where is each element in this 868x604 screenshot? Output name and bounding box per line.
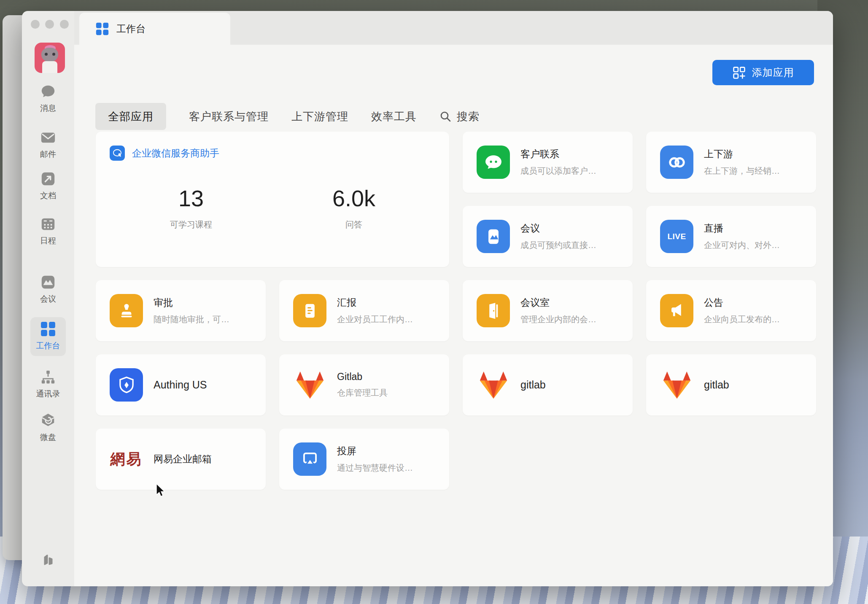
megaphone-icon	[660, 294, 693, 327]
live-badge-icon: LIVE	[660, 220, 693, 253]
card-title: 网易企业邮箱	[154, 453, 212, 466]
card-title: gitlab	[520, 379, 546, 391]
stat-label: 问答	[272, 219, 435, 230]
sidebar-item-workbench[interactable]: 工作台	[22, 321, 74, 351]
card-subtitle: 企业可对内、对外…	[704, 240, 780, 251]
tab-bar: 工作台	[74, 11, 833, 45]
card-title: 客户联系	[520, 148, 596, 161]
sidebar-item-label: 工作台	[22, 340, 74, 351]
card-title: 会议	[520, 222, 596, 235]
card-subtitle: 通过与智慧硬件设…	[337, 462, 413, 474]
card-report[interactable]: 汇报 企业对员工工作内…	[279, 280, 449, 341]
sidebar-item-label: 文档	[22, 190, 74, 201]
service-assistant-bubble-icon	[110, 146, 125, 161]
shield-icon	[110, 368, 143, 402]
card-gitlab-3[interactable]: gitlab	[646, 354, 816, 415]
card-announcement[interactable]: 公告 企业向员工发布的…	[646, 280, 816, 341]
filter-efficiency-tools[interactable]: 效率工具	[371, 103, 417, 130]
docs-icon	[22, 170, 74, 187]
sidebar-item-docs[interactable]: 文档	[22, 170, 74, 201]
avatar[interactable]	[35, 43, 65, 73]
stat-value: 6.0k	[272, 185, 435, 211]
sidebar-item-label: 微盘	[22, 432, 74, 443]
report-doc-icon	[293, 294, 326, 327]
sidebar-item-mail[interactable]: 邮件	[22, 129, 74, 160]
sidebar-item-label: 日程	[22, 235, 74, 246]
gitlab-tanuki-icon	[293, 368, 326, 402]
card-meeting[interactable]: 会议 成员可预约或直接…	[463, 206, 633, 267]
sidebar-item-label: 消息	[22, 103, 74, 114]
meeting-icon	[22, 274, 74, 291]
card-title: Gitlab	[337, 371, 388, 383]
netease-logo: 網易	[110, 442, 143, 476]
stat-value: 13	[110, 185, 272, 211]
sidebar-item-label: 通讯录	[22, 388, 74, 399]
card-title: 公告	[704, 296, 780, 309]
card-approval[interactable]: 审批 随时随地审批，可…	[96, 280, 266, 341]
grid-four-squares-icon	[95, 22, 109, 36]
search-control[interactable]: 搜索	[439, 103, 480, 130]
search-label: 搜索	[457, 103, 480, 130]
card-subtitle: 随时随地审批，可…	[154, 314, 229, 325]
filter-customer-management[interactable]: 客户联系与管理	[189, 103, 269, 130]
sidebar-item-contacts[interactable]: 通讯录	[22, 369, 74, 399]
card-live[interactable]: LIVE 直播 企业可对内、对外…	[646, 206, 816, 267]
card-subtitle: 企业对员工工作内…	[337, 314, 413, 325]
netease-logo-text: 網易	[111, 449, 143, 469]
meeting-app-icon	[477, 220, 510, 253]
app-window: 消息 邮件 文档 日程 会议	[22, 11, 833, 586]
app-cards-grid: 企业微信服务商助手 13 可学习课程 6.0k 问答	[96, 132, 816, 490]
add-app-button[interactable]: 添加应用	[712, 60, 814, 85]
card-subtitle: 在上下游，与经销…	[704, 165, 780, 177]
stats-bars-icon	[22, 551, 74, 568]
card-title: gitlab	[704, 379, 729, 391]
card-title: 汇报	[337, 296, 413, 309]
card-netease-mail[interactable]: 網易 网易企业邮箱	[96, 429, 266, 490]
sidebar-item-messages[interactable]: 消息	[22, 83, 74, 114]
card-authing[interactable]: Authing US	[96, 354, 266, 415]
filter-tabs-row1: 全部应用 客户联系与管理 上下游管理 效率工具 搜索	[95, 103, 480, 130]
card-meeting-room[interactable]: 会议室 管理企业内部的会…	[463, 280, 633, 341]
card-gitlab-1[interactable]: Gitlab 仓库管理工具	[279, 354, 449, 415]
card-supply-chain[interactable]: 上下游 在上下游，与经销…	[646, 132, 816, 193]
card-service-assistant[interactable]: 企业微信服务商助手 13 可学习课程 6.0k 问答	[96, 132, 449, 267]
filter-supply-chain[interactable]: 上下游管理	[291, 103, 348, 130]
card-screencast[interactable]: 投屏 通过与智慧硬件设…	[279, 429, 449, 490]
sidebar-item-label: 会议	[22, 294, 74, 305]
stamp-icon	[110, 294, 143, 327]
calendar-icon	[22, 216, 74, 232]
tab-label: 工作台	[116, 22, 146, 35]
stat-courses: 13 可学习课程	[110, 185, 272, 230]
wechat-customer-icon	[477, 146, 510, 179]
gitlab-tanuki-icon	[660, 368, 693, 402]
card-subtitle: 仓库管理工具	[337, 387, 388, 399]
card-title: Authing US	[154, 379, 207, 391]
workbench-content: 全部应用 客户联系与管理 上下游管理 效率工具 搜索 内部管理 其他 添加应用	[74, 45, 833, 586]
sidebar-item-drive[interactable]: 微盘	[22, 412, 74, 443]
tab-workbench[interactable]: 工作台	[79, 13, 230, 45]
card-customer-contact[interactable]: 客户联系 成员可以添加客户…	[463, 132, 633, 193]
gitlab-tanuki-icon	[477, 368, 510, 402]
filter-all-apps[interactable]: 全部应用	[95, 103, 166, 130]
mouse-cursor	[156, 483, 167, 498]
card-subtitle: 企业向员工发布的…	[704, 314, 780, 325]
sidebar-item-stats[interactable]	[22, 551, 74, 568]
card-gitlab-2[interactable]: gitlab	[463, 354, 633, 415]
card-title: 投屏	[337, 445, 413, 458]
sidebar: 消息 邮件 文档 日程 会议	[22, 11, 74, 586]
featured-card-title: 企业微信服务商助手	[132, 147, 219, 160]
workbench-grid-icon	[22, 321, 74, 337]
add-app-label: 添加应用	[752, 66, 794, 79]
mail-icon	[22, 129, 74, 146]
stat-qa: 6.0k 问答	[272, 185, 435, 230]
sidebar-item-label: 邮件	[22, 149, 74, 160]
search-icon	[439, 111, 451, 122]
sidebar-item-calendar[interactable]: 日程	[22, 216, 74, 246]
card-subtitle: 管理企业内部的会…	[520, 314, 596, 325]
card-subtitle: 成员可以添加客户…	[520, 165, 596, 177]
linked-rings-icon	[660, 146, 693, 179]
door-icon	[477, 294, 510, 327]
sidebar-item-meeting[interactable]: 会议	[22, 274, 74, 305]
card-title: 审批	[154, 296, 229, 309]
drive-cube-icon	[22, 412, 74, 429]
